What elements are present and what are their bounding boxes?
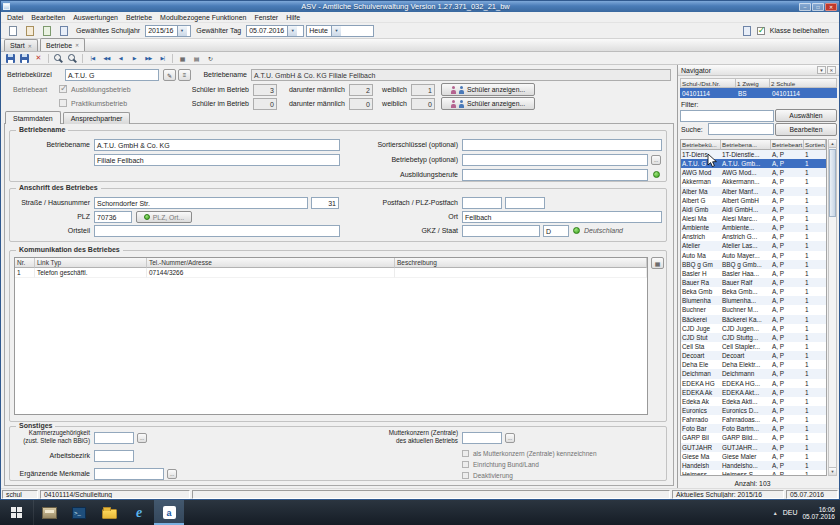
- taskbar-asv-app[interactable]: a: [154, 500, 184, 525]
- navigator-row[interactable]: AtelierAtelier Las...A, P1: [681, 241, 826, 250]
- column-header[interactable]: Schul-/Dst.Nr.: [680, 78, 736, 88]
- navigator-row[interactable]: A.T.U. GA.T.U. Gmb...A, P1: [681, 159, 826, 168]
- ellipsis-icon[interactable]: ...: [137, 433, 147, 443]
- taskbar-clock[interactable]: 16:06 05.07.2016: [802, 506, 835, 520]
- mutterkonzern-input[interactable]: [462, 432, 502, 444]
- fast-next-record-icon[interactable]: ▶▶: [142, 53, 155, 64]
- save-icon[interactable]: [4, 53, 17, 64]
- column-header[interactable]: Link Typ: [35, 258, 147, 268]
- ausbildungsberufe-input[interactable]: [462, 169, 648, 181]
- betriebekuerzel-input[interactable]: A.T.U. G: [65, 69, 159, 81]
- column-header[interactable]: Betriebekü...: [681, 140, 721, 150]
- close-icon[interactable]: ✕: [827, 66, 836, 74]
- navigator-row[interactable]: DeichmanDeichmannA, P1: [681, 369, 826, 378]
- navigator-row[interactable]: BäckereiBäckerei Ka...A, P1: [681, 315, 826, 324]
- navigator-row[interactable]: BuchnerBuchner M...A, P1: [681, 305, 826, 314]
- menu-bearbeiten[interactable]: Bearbeiten: [27, 14, 69, 21]
- fast-prev-record-icon[interactable]: ◀◀: [100, 53, 113, 64]
- navigator-row[interactable]: FahrradoFahrradoas...A, P1: [681, 415, 826, 424]
- deaktivierung-checkbox[interactable]: [462, 472, 469, 479]
- menu-datei[interactable]: Datei: [3, 14, 27, 21]
- next-record-icon[interactable]: ▶: [128, 53, 141, 64]
- language-indicator[interactable]: DEU: [783, 509, 798, 516]
- navigator-row[interactable]: CJD JugeCJD Jugen...A, P1: [681, 324, 826, 333]
- praktikumsbetrieb-checkbox[interactable]: [59, 99, 67, 107]
- navigator-row[interactable]: EDEKA HGEDEKA HG...A, P1: [681, 379, 826, 388]
- navigator-row[interactable]: Cell StaCell Stapler...A, P1: [681, 342, 826, 351]
- last-record-icon[interactable]: ▶|: [156, 53, 169, 64]
- start-button[interactable]: [0, 500, 34, 525]
- navigator-row[interactable]: Aldi GmbAldi GmbH...A, P1: [681, 205, 826, 214]
- tray-expand-icon[interactable]: ▲: [773, 510, 778, 516]
- navigator-row[interactable]: BBQ g GmBBQ g Gmb...A, P1: [681, 260, 826, 269]
- table-view-icon[interactable]: ▦: [176, 53, 189, 64]
- merkmale-input[interactable]: [94, 468, 164, 480]
- schuljahr-select[interactable]: 2015/16 ▼: [145, 25, 191, 37]
- navigator-row[interactable]: HandelshHandelsho...A, P1: [681, 461, 826, 470]
- navigator-row[interactable]: AWG ModAWG Mod...A, P1: [681, 168, 826, 177]
- tab-betriebe[interactable]: Betriebe ✕: [40, 38, 85, 51]
- taskbar-explorer[interactable]: [94, 500, 124, 525]
- navigator-row[interactable]: Beka GmbBeka Gmb...A, P1: [681, 287, 826, 296]
- schueler-anzeigen-button[interactable]: Schüler anzeigen...: [441, 83, 535, 96]
- navigator-row[interactable]: AmbienteAmbiente...A, P1: [681, 223, 826, 232]
- minimize-button[interactable]: –: [799, 3, 811, 11]
- menu-hilfe[interactable]: Hilfe: [282, 14, 304, 21]
- save-all-icon[interactable]: [18, 53, 31, 64]
- navigator-row[interactable]: Bauer RaBauer RalfA, P1: [681, 278, 826, 287]
- school-row[interactable]: 04101114 BS 04101114: [680, 88, 837, 98]
- navigator-row[interactable]: AkkermanAkkermann...A, P1: [681, 177, 826, 186]
- navigator-row[interactable]: Basler HBasler Haa...A, P1: [681, 269, 826, 278]
- name-line2-input[interactable]: Filiale Fellbach: [94, 154, 340, 166]
- navigator-row[interactable]: EDEKA AkEDEKA Akt...A, P1: [681, 388, 826, 397]
- tag-date-input[interactable]: 05.07.2016 ▼: [246, 25, 304, 37]
- bearbeiten-button[interactable]: Bearbeiten: [775, 123, 837, 136]
- strasse-input[interactable]: Schorndorfer Str.: [94, 197, 308, 209]
- close-button[interactable]: ✕: [825, 3, 837, 11]
- navigator-row[interactable]: EuronicsEuronics D...A, P1: [681, 406, 826, 415]
- refresh-icon[interactable]: ↻: [204, 53, 217, 64]
- column-header[interactable]: 2 Schule: [770, 78, 837, 88]
- ortsteil-input[interactable]: [94, 225, 340, 237]
- edit-icon[interactable]: ✎: [163, 69, 176, 81]
- dock-icon[interactable]: ▼: [817, 66, 826, 74]
- scroll-up-icon[interactable]: ▲: [829, 140, 836, 148]
- navigator-row[interactable]: BlumenhaBlumenha...A, P1: [681, 296, 826, 305]
- einrichtung-checkbox[interactable]: [462, 461, 469, 468]
- postfach-input[interactable]: [462, 197, 502, 209]
- scroll-down-icon[interactable]: ▼: [829, 467, 836, 475]
- sortierschluessel-input[interactable]: [462, 139, 662, 151]
- suche-input[interactable]: [708, 123, 774, 135]
- table-row[interactable]: 1 Telefon geschäftl. 07144/3266: [15, 268, 647, 278]
- ellipsis-icon[interactable]: ...: [505, 433, 515, 443]
- navigator-row[interactable]: Foto BarFoto Bartm...A, P1: [681, 424, 826, 433]
- auswaehlen-button[interactable]: Auswählen: [775, 109, 837, 122]
- mutterkonzern-checkbox[interactable]: [462, 450, 469, 457]
- column-header[interactable]: Nr.: [15, 258, 35, 268]
- navigator-row[interactable]: Alesi MaAlesi Marc...A, P1: [681, 214, 826, 223]
- menu-fenster[interactable]: Fenster: [250, 14, 282, 21]
- kammer-input[interactable]: [94, 432, 134, 444]
- navigator-row[interactable]: HeimessHeimess S...A, P1: [681, 470, 826, 475]
- navigator-row[interactable]: DecoartDecoartA, P1: [681, 351, 826, 360]
- mode-select[interactable]: Heute ▼: [306, 25, 374, 37]
- form-view-icon[interactable]: ▤: [190, 53, 203, 64]
- advanced-search-icon[interactable]: [66, 53, 79, 64]
- tab-ansprechpartner[interactable]: Ansprechpartner: [63, 112, 131, 124]
- arbeitsbezirk-input[interactable]: [94, 450, 134, 462]
- name-line1-input[interactable]: A.T.U. GmbH & Co. KG: [94, 139, 340, 151]
- column-header[interactable]: Beschreibung: [395, 258, 647, 268]
- plz-postfach-input[interactable]: [505, 197, 545, 209]
- navigator-row[interactable]: 1T-Diens1T-Dienstle...A, P1: [681, 150, 826, 159]
- navigator-row[interactable]: Alber MaAlber Manf...A, P1: [681, 187, 826, 196]
- navigator-row[interactable]: GUTJAHRGUTJAHR...A, P1: [681, 443, 826, 452]
- print-icon[interactable]: [56, 24, 71, 38]
- taskbar-internet-explorer[interactable]: e: [124, 500, 154, 525]
- navigator-row[interactable]: AnstrichAnstrich G...A, P1: [681, 232, 826, 241]
- tab-stammdaten[interactable]: Stammdaten: [5, 111, 61, 124]
- schueler-anzeigen-button[interactable]: Schüler anzeigen...: [441, 97, 535, 110]
- navigator-row[interactable]: Auto MaAuto Mayer...A, P1: [681, 251, 826, 260]
- column-header[interactable]: Betriebeart: [771, 140, 804, 150]
- betriebetyp-input[interactable]: [462, 154, 648, 166]
- taskbar-server-manager[interactable]: [34, 500, 64, 525]
